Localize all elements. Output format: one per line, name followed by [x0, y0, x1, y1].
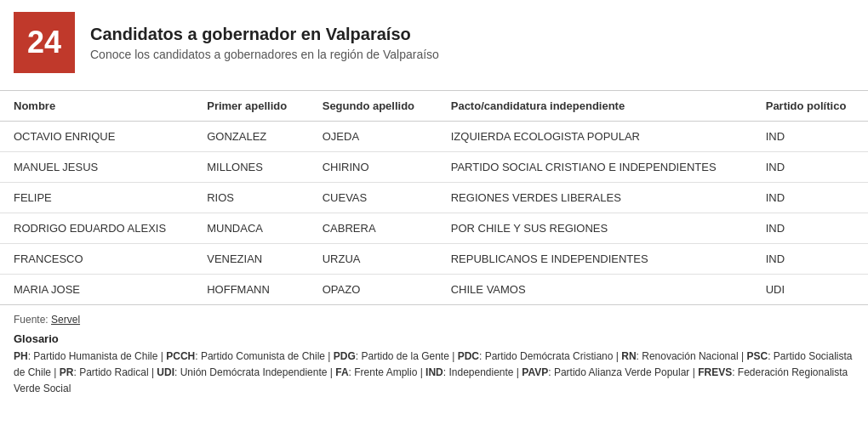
cell-partido: IND: [752, 122, 868, 152]
col-nombre: Nombre: [0, 91, 193, 122]
cell-segundo_apellido: CABRERA: [309, 213, 437, 244]
cell-pacto: IZQUIERDA ECOLOGISTA POPULAR: [437, 122, 752, 152]
cell-partido: UDI: [752, 275, 868, 305]
cell-primer_apellido: VENEZIAN: [193, 244, 309, 275]
source-link[interactable]: Servel: [51, 314, 80, 326]
page-title: Candidatos a gobernador en Valparaíso: [90, 25, 439, 44]
footer: Fuente: Servel Glosario PH: Partido Huma…: [0, 305, 868, 401]
header-text: Candidatos a gobernador en Valparaíso Co…: [90, 25, 439, 61]
cell-partido: IND: [752, 244, 868, 275]
table-header-row: Nombre Primer apellido Segundo apellido …: [0, 91, 868, 122]
table-row: MARIA JOSEHOFFMANNOPAZOCHILE VAMOSUDI: [0, 275, 868, 305]
col-partido: Partido político: [752, 91, 868, 122]
cell-segundo_apellido: OJEDA: [309, 122, 437, 152]
cell-primer_apellido: MILLONES: [193, 152, 309, 183]
table-row: MANUEL JESUSMILLONESCHIRINOPARTIDO SOCIA…: [0, 152, 868, 183]
table-row: FRANCESCOVENEZIANURZUAREPUBLICANOS E IND…: [0, 244, 868, 275]
cell-primer_apellido: HOFFMANN: [193, 275, 309, 305]
cell-partido: IND: [752, 213, 868, 244]
cell-nombre: RODRIGO EDUARDO ALEXIS: [0, 213, 193, 244]
glossary-text: PH: Partido Humanista de Chile | PCCH: P…: [14, 349, 854, 398]
col-segundo-apellido: Segundo apellido: [309, 91, 437, 122]
cell-pacto: POR CHILE Y SUS REGIONES: [437, 213, 752, 244]
col-primer-apellido: Primer apellido: [193, 91, 309, 122]
cell-pacto: PARTIDO SOCIAL CRISTIANO E INDEPENDIENTE…: [437, 152, 752, 183]
cell-nombre: MANUEL JESUS: [0, 152, 193, 183]
cell-segundo_apellido: URZUA: [309, 244, 437, 275]
cell-partido: IND: [752, 183, 868, 213]
cell-nombre: FELIPE: [0, 183, 193, 213]
table-row: RODRIGO EDUARDO ALEXISMUNDACACABRERAPOR …: [0, 213, 868, 244]
cell-nombre: MARIA JOSE: [0, 275, 193, 305]
source-line: Fuente: Servel: [14, 314, 854, 326]
region-badge: 24: [14, 12, 75, 73]
source-label: Fuente:: [14, 314, 51, 326]
glossary-title: Glosario: [14, 332, 854, 345]
table-row: FELIPERIOSCUEVASREGIONES VERDES LIBERALE…: [0, 183, 868, 213]
cell-primer_apellido: GONZALEZ: [193, 122, 309, 152]
col-pacto: Pacto/candidatura independiente: [437, 91, 752, 122]
cell-pacto: REGIONES VERDES LIBERALES: [437, 183, 752, 213]
cell-nombre: OCTAVIO ENRIQUE: [0, 122, 193, 152]
cell-segundo_apellido: CUEVAS: [309, 183, 437, 213]
cell-nombre: FRANCESCO: [0, 244, 193, 275]
candidates-table: Nombre Primer apellido Segundo apellido …: [0, 90, 868, 305]
cell-segundo_apellido: CHIRINO: [309, 152, 437, 183]
page-subtitle: Conoce los candidatos a gobernadores en …: [90, 48, 439, 61]
cell-pacto: REPUBLICANOS E INDEPENDIENTES: [437, 244, 752, 275]
cell-primer_apellido: MUNDACA: [193, 213, 309, 244]
cell-partido: IND: [752, 152, 868, 183]
cell-segundo_apellido: OPAZO: [309, 275, 437, 305]
cell-pacto: CHILE VAMOS: [437, 275, 752, 305]
table-row: OCTAVIO ENRIQUEGONZALEZOJEDAIZQUIERDA EC…: [0, 122, 868, 152]
cell-primer_apellido: RIOS: [193, 183, 309, 213]
page-header: 24 Candidatos a gobernador en Valparaíso…: [0, 0, 868, 85]
